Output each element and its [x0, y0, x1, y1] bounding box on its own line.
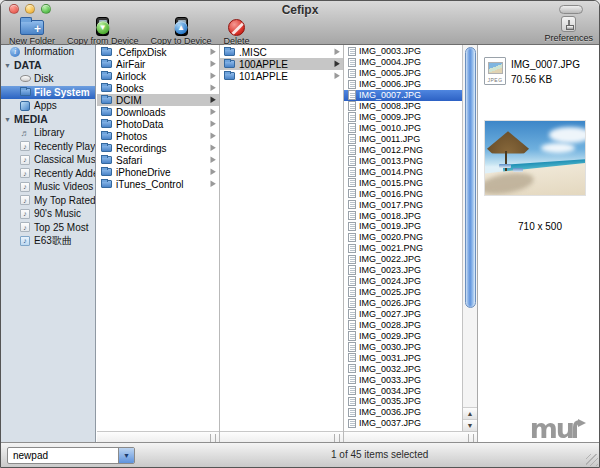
- jpeg-icon-photo: [488, 62, 503, 74]
- preferences-button[interactable]: Preferences: [544, 16, 593, 43]
- folder-row--misc[interactable]: .MISC▶: [220, 46, 343, 58]
- sidebar-section-media[interactable]: ▼MEDIA: [1, 113, 95, 127]
- toolbar-button-copy-to-device[interactable]: ▲Copy to Device: [145, 16, 218, 46]
- main-area: i Information ▼DATADiskFile SystemApps▼M…: [1, 45, 600, 444]
- scrollbar-thumb[interactable]: [465, 47, 476, 308]
- file-row-img-0025-jpg[interactable]: IMG_0025.JPG: [344, 287, 462, 298]
- folder-row-recordings[interactable]: Recordings▶: [97, 142, 219, 154]
- column1-resize-grip[interactable]: [210, 434, 216, 442]
- folder-row-photos[interactable]: Photos▶: [97, 130, 219, 142]
- folder-row-100apple[interactable]: 100APPLE▶: [220, 58, 343, 70]
- file-row-label: IMG_0010.JPG: [359, 123, 421, 133]
- file-row-img-0034-jpg[interactable]: IMG_0034.JPG: [344, 385, 462, 396]
- folder-row-airfair[interactable]: AirFair▶: [97, 58, 219, 70]
- image-file-icon: [348, 90, 356, 100]
- scroll-up-arrow[interactable]: ▲: [463, 407, 477, 419]
- column2-resize-grip[interactable]: [334, 434, 340, 442]
- file-row-img-0033-jpg[interactable]: IMG_0033.JPG: [344, 374, 462, 385]
- folder-row-iphonedrive[interactable]: iPhoneDrive▶: [97, 166, 219, 178]
- file-row-img-0037-jpg[interactable]: IMG_0037.JPG: [344, 418, 462, 429]
- sidebar-item-disk[interactable]: Disk: [1, 72, 95, 86]
- sidebar-item-file-system[interactable]: File System: [1, 86, 95, 100]
- file-row-img-0017-png[interactable]: IMG_0017.PNG: [344, 199, 462, 210]
- image-file-icon: [348, 222, 356, 232]
- file-row-img-0014-png[interactable]: IMG_0014.PNG: [344, 166, 462, 177]
- file-row-img-0023-jpg[interactable]: IMG_0023.JPG: [344, 265, 462, 276]
- toolbar-button-new-folder[interactable]: +New Folder: [3, 16, 61, 46]
- sidebar-section-data[interactable]: ▼DATA: [1, 59, 95, 73]
- folder-row-books[interactable]: Books▶: [97, 82, 219, 94]
- file-row-img-0016-png[interactable]: IMG_0016.PNG: [344, 188, 462, 199]
- image-file-icon: [348, 276, 356, 286]
- file-row-label: IMG_0033.JPG: [359, 375, 421, 385]
- sidebar-item-recently-added[interactable]: ♪Recently Added: [1, 167, 95, 181]
- file-row-img-0024-jpg[interactable]: IMG_0024.JPG: [344, 276, 462, 287]
- file-row-img-0012-png[interactable]: IMG_0012.PNG: [344, 144, 462, 155]
- file-row-img-0008-jpg[interactable]: IMG_0008.JPG: [344, 101, 462, 112]
- folder-row-dcim[interactable]: DCIM▶: [97, 94, 219, 106]
- file-row-img-0032-jpg[interactable]: IMG_0032.JPG: [344, 363, 462, 374]
- scrollbar-track[interactable]: [463, 45, 477, 407]
- sidebar-item-information[interactable]: i Information: [1, 45, 95, 59]
- apps-icon: [19, 100, 31, 111]
- file-row-img-0019-jpg[interactable]: IMG_0019.JPG: [344, 221, 462, 232]
- file-list-scrollbar[interactable]: ▲ ▼: [462, 45, 477, 431]
- sidebar-item-recently-played[interactable]: ♪Recently Played: [1, 140, 95, 154]
- sidebar-item-apps[interactable]: Apps: [1, 99, 95, 113]
- file-row-img-0003-jpg[interactable]: IMG_0003.JPG: [344, 46, 462, 57]
- image-file-icon: [348, 298, 356, 308]
- sidebar-item-label: Disk: [34, 73, 53, 84]
- file-row-img-0013-png[interactable]: IMG_0013.PNG: [344, 155, 462, 166]
- folder-row--cefipxdisk[interactable]: .CefipxDisk▶: [97, 46, 219, 58]
- window-resize-grip[interactable]: [586, 454, 598, 466]
- file-row-img-0031-jpg[interactable]: IMG_0031.JPG: [344, 352, 462, 363]
- file-row-img-0036-jpg[interactable]: IMG_0036.JPG: [344, 407, 462, 418]
- file-row-img-0010-jpg[interactable]: IMG_0010.JPG: [344, 123, 462, 134]
- sidebar-item-my-top-rated[interactable]: ♪My Top Rated: [1, 194, 95, 208]
- file-row-label: IMG_0027.JPG: [359, 309, 421, 319]
- file-row-img-0007-jpg[interactable]: IMG_0007.JPG: [344, 90, 462, 101]
- file-row-img-0020-png[interactable]: IMG_0020.PNG: [344, 232, 462, 243]
- toolbar-button-delete[interactable]: Delete: [218, 16, 256, 46]
- file-row-img-0021-png[interactable]: IMG_0021.PNG: [344, 243, 462, 254]
- file-row-img-0026-jpg[interactable]: IMG_0026.JPG: [344, 298, 462, 309]
- sidebar-item-90-s-music[interactable]: ♪90's Music: [1, 207, 95, 221]
- folder-row-itunes-control[interactable]: iTunes_Control▶: [97, 178, 219, 190]
- sidebar-item-library[interactable]: ♬Library: [1, 126, 95, 140]
- title-bar[interactable]: Cefipx: [1, 1, 599, 17]
- file-row-img-0027-jpg[interactable]: IMG_0027.JPG: [344, 309, 462, 320]
- file-row-img-0030-jpg[interactable]: IMG_0030.JPG: [344, 341, 462, 352]
- sidebar-item-top-25-most[interactable]: ♪Top 25 Most: [1, 221, 95, 235]
- combo-dropdown-icon[interactable]: ▼: [118, 448, 134, 463]
- scroll-down-arrow[interactable]: ▼: [463, 419, 477, 431]
- folder-row-airlock[interactable]: Airlock▶: [97, 70, 219, 82]
- file-row-img-0029-jpg[interactable]: IMG_0029.JPG: [344, 330, 462, 341]
- file-row-img-0028-jpg[interactable]: IMG_0028.JPG: [344, 319, 462, 330]
- file-row-img-0015-png[interactable]: IMG_0015.PNG: [344, 177, 462, 188]
- toolbar-toggle-pill[interactable]: [559, 5, 583, 14]
- image-file-icon: [348, 189, 356, 199]
- toolbar-button-copy-from-device[interactable]: ▼Copy from Device: [61, 16, 145, 46]
- file-row-label: IMG_0015.PNG: [359, 178, 423, 188]
- sidebar-item-music-videos[interactable]: ♪Music Videos: [1, 180, 95, 194]
- disclosure-triangle-icon[interactable]: ▼: [4, 116, 12, 123]
- file-row-img-0018-jpg[interactable]: IMG_0018.JPG: [344, 210, 462, 221]
- column3-resize-grip[interactable]: [468, 434, 474, 442]
- file-row-img-0004-jpg[interactable]: IMG_0004.JPG: [344, 57, 462, 68]
- disclosure-triangle-icon[interactable]: ▼: [4, 62, 12, 69]
- file-row-img-0035-jpg[interactable]: IMG_0035.JPG: [344, 396, 462, 407]
- sidebar-item-e63-[interactable]: ♪E63歌曲: [1, 234, 95, 248]
- sidebar-item-classical-music[interactable]: ♪Classical Music: [1, 153, 95, 167]
- folder-row-101apple[interactable]: 101APPLE▶: [220, 70, 343, 82]
- file-row-img-0011-jpg[interactable]: IMG_0011.JPG: [344, 134, 462, 145]
- folder-row-downloads[interactable]: Downloads▶: [97, 106, 219, 118]
- folder-row-safari[interactable]: Safari▶: [97, 154, 219, 166]
- folder-row-photodata[interactable]: PhotoData▶: [97, 118, 219, 130]
- chevron-right-icon: ▶: [211, 83, 216, 93]
- file-row-img-0009-jpg[interactable]: IMG_0009.JPG: [344, 112, 462, 123]
- file-row-img-0022-jpg[interactable]: IMG_0022.JPG: [344, 254, 462, 265]
- device-selector-combobox[interactable]: newpad ▼: [7, 447, 135, 464]
- file-row-img-0006-jpg[interactable]: IMG_0006.JPG: [344, 79, 462, 90]
- file-row-img-0005-jpg[interactable]: IMG_0005.JPG: [344, 68, 462, 79]
- image-file-icon: [348, 419, 356, 429]
